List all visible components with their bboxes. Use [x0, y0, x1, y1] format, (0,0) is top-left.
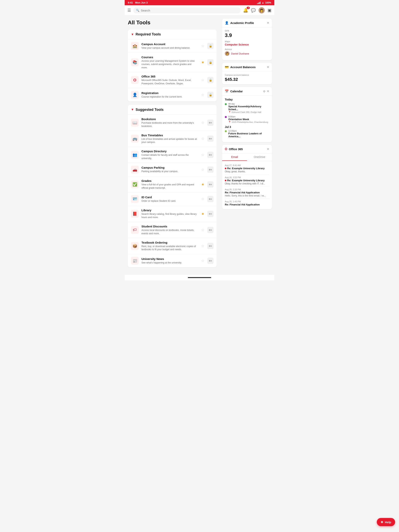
bookstore-desc: Purchase textbooks and more from the uni… — [142, 121, 197, 128]
email-subject-text-3: Re: Financial Aid Application — [225, 203, 260, 206]
id-card-add[interactable]: ≡+ — [207, 196, 213, 202]
campus-balance-label: Campus account balance — [225, 74, 269, 76]
courses-star[interactable]: ★ — [200, 59, 206, 65]
bus-timetables-star[interactable]: ☆ — [200, 136, 206, 142]
campus-parking-desc: Parking availability at your campus. — [142, 170, 197, 173]
student-discounts-add[interactable]: ≡+ — [207, 227, 213, 233]
tool-item-id-card[interactable]: 🪪 ID Card Order or replace Student ID ca… — [128, 192, 217, 206]
campus-parking-star[interactable]: ☆ — [200, 167, 206, 172]
tool-item-library[interactable]: 📕 Library Search library catalog, find l… — [128, 206, 217, 222]
tab-email[interactable]: Email — [222, 153, 247, 161]
location-icon: 📍 — [228, 111, 231, 113]
grades-desc: View a full-list of your grades and GPA … — [142, 183, 197, 190]
university-news-text: University News See what's happening at … — [142, 257, 197, 265]
id-card-name: ID Card — [142, 196, 197, 199]
campus-account-star[interactable]: ☆ — [200, 43, 206, 49]
registration-actions: ☆ 🔒 — [200, 92, 213, 98]
bookstore-star[interactable]: ☆ — [200, 120, 206, 126]
tool-item-bus-timetables[interactable]: 🚌 Bus Timetables List of bus timetables … — [128, 131, 217, 147]
academic-profile-close[interactable]: ✕ — [267, 21, 269, 25]
tool-item-bookstore[interactable]: 📖 Bookstore Purchase textbooks and more … — [128, 115, 217, 131]
textbook-ordering-star[interactable]: ☆ — [200, 243, 206, 249]
assembly-name[interactable]: Special Assembly/Advisory Sched... — [228, 105, 269, 111]
campus-directory-star[interactable]: ☆ — [200, 152, 206, 158]
campus-account-actions: ☆ 🔒 — [200, 43, 213, 49]
bus-timetables-name: Bus Timetables — [142, 133, 197, 137]
top-nav: ☰ 🔍 🔔 3 💬 👩 ▣ — [125, 5, 274, 16]
jul3-name[interactable]: Future Business Leaders of America... — [228, 132, 269, 138]
textbook-ordering-name: Textbook Ordering — [142, 241, 197, 244]
calendar-close[interactable]: ✕ — [267, 89, 269, 93]
library-text: Library Search library catalog, find lib… — [142, 209, 197, 219]
gpa-value: 3.9 — [225, 32, 269, 38]
bookstore-name: Bookstore — [142, 117, 197, 121]
registration-star[interactable]: ☆ — [200, 92, 206, 98]
campus-account-lock[interactable]: 🔒 — [207, 43, 213, 49]
orientation-time: 9:00am — [228, 115, 268, 118]
account-balances-body: Campus account balance $45.32 — [222, 71, 272, 84]
email-list: Aug 27, 8:41 AM Re: Example University L… — [222, 161, 272, 209]
account-balances-close[interactable]: ✕ — [267, 65, 269, 69]
tool-item-grades[interactable]: ✅ Grades View a full-list of your grades… — [128, 177, 217, 193]
registration-lock[interactable]: 🔒 — [207, 92, 213, 98]
tool-item-university-news[interactable]: 📰 University News See what's happening a… — [128, 254, 217, 267]
orientation-name[interactable]: Orientation Week — [228, 118, 268, 121]
textbook-ordering-text: Textbook Ordering Rent, buy, or download… — [142, 241, 197, 251]
grades-star[interactable]: ★ — [200, 182, 206, 187]
library-add[interactable]: ≡+ — [207, 211, 213, 217]
office365-star[interactable]: ☆ — [200, 77, 206, 83]
tool-item-registration[interactable]: 👤 Registration Course registration for t… — [128, 88, 217, 101]
tool-item-textbook-ordering[interactable]: 📦 Textbook Ordering Rent, buy, or downlo… — [128, 238, 217, 254]
avatar[interactable]: 👩 — [258, 7, 265, 13]
bookstore-icon: 📖 — [131, 119, 139, 127]
grades-actions: ★ ≡+ — [200, 181, 213, 188]
bus-timetables-add[interactable]: ≡+ — [207, 136, 213, 142]
office365-close[interactable]: ✕ — [267, 147, 269, 151]
courses-lock[interactable]: 🔒 — [207, 59, 213, 65]
university-news-add[interactable]: ≡+ — [207, 258, 213, 264]
chat-button[interactable]: 💬 — [251, 8, 256, 13]
email-item-0[interactable]: Aug 27, 8:41 AM Re: Example University L… — [225, 163, 269, 175]
office365-widget-header: O Office 365 ✕ — [222, 145, 272, 153]
calendar-settings-icon[interactable]: ⚙ — [263, 90, 265, 93]
email-item-1[interactable]: Aug 26, 3:53 PM Re: Example University L… — [225, 175, 269, 187]
student-discounts-star[interactable]: ☆ — [200, 227, 206, 233]
battery-level: 100% — [265, 1, 271, 4]
calendar-body: Today All day Special Assembly/Advisory … — [222, 96, 272, 142]
required-chevron-icon[interactable]: ▼ — [131, 33, 134, 36]
library-star[interactable]: ★ — [200, 211, 206, 217]
id-card-star[interactable]: ☆ — [200, 196, 206, 202]
notifications-button[interactable]: 🔔 3 — [243, 8, 248, 13]
tool-item-courses[interactable]: 📚 Courses Access your Learning Managemen… — [128, 53, 217, 72]
advisor-name[interactable]: Daniel Dushane — [231, 52, 249, 55]
menu-button[interactable]: ☰ — [127, 8, 131, 13]
campus-parking-add[interactable]: ≡+ — [207, 166, 213, 173]
office365-lock[interactable]: 🔒 — [207, 77, 213, 83]
tab-onedrive[interactable]: OneDrive — [247, 153, 272, 161]
suggested-chevron-icon[interactable]: ▼ — [131, 108, 134, 111]
tool-item-campus-parking[interactable]: 🚗 Campus Parking Parking availability at… — [128, 163, 217, 177]
time-display: 9:41 — [128, 1, 133, 4]
tool-item-student-discounts[interactable]: 🏷 Student Discounts Access local discoun… — [128, 222, 217, 238]
status-time: 9:41 Mon Jun 3 — [128, 1, 148, 4]
campus-directory-add[interactable]: ≡+ — [207, 152, 213, 158]
tool-item-office365[interactable]: O Office 365 Microsoft Office365 Suite: … — [128, 72, 217, 88]
required-section-title: Required Tools — [135, 32, 161, 36]
search-input[interactable] — [141, 9, 238, 12]
search-bar[interactable]: 🔍 — [133, 7, 241, 13]
email-date-3: Aug 25, 1:43 PM — [225, 200, 269, 203]
campus-account-text: Campus Account View your campus account … — [142, 43, 197, 50]
email-item-3[interactable]: Aug 25, 1:43 PM Re: Financial Aid Applic… — [225, 199, 269, 208]
grades-add[interactable]: ≡+ — [207, 181, 213, 188]
tool-item-campus-account[interactable]: 🏫 Campus Account View your campus accoun… — [128, 39, 217, 53]
textbook-ordering-add[interactable]: ≡+ — [207, 243, 213, 249]
email-item-2[interactable]: Aug 25, 2:15 PM Re: Financial Aid Applic… — [225, 187, 269, 199]
calendar-header-left: 📅 Calendar — [225, 89, 243, 93]
bookstore-text: Bookstore Purchase textbooks and more fr… — [142, 117, 197, 128]
office365-header-left: O Office 365 — [225, 147, 243, 151]
textbook-ordering-icon: 📦 — [131, 242, 139, 250]
bookstore-add[interactable]: ≡+ — [207, 120, 213, 126]
tool-item-campus-directory[interactable]: 👥 Campus Directory Contact details for f… — [128, 147, 217, 163]
sidebar-toggle[interactable]: ▣ — [268, 8, 272, 13]
university-news-star[interactable]: ☆ — [200, 258, 206, 264]
